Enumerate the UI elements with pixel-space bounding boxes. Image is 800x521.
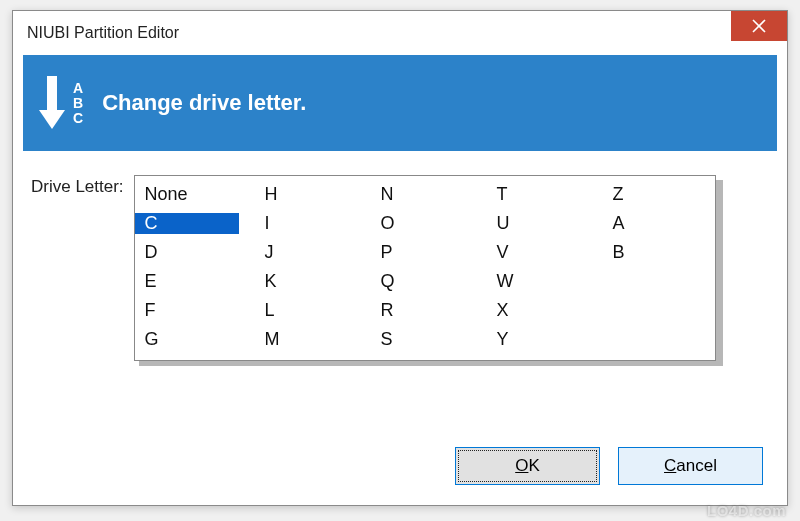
down-arrow-icon (37, 73, 67, 133)
drive-letter-option-j[interactable]: J (263, 242, 379, 263)
drive-letter-option-o[interactable]: O (379, 213, 495, 234)
letter-b: B (73, 96, 84, 111)
abc-stack: A B C (73, 81, 84, 126)
drive-letter-option-g[interactable]: G (143, 329, 263, 350)
drive-letter-option-i[interactable]: I (263, 213, 379, 234)
drive-letter-option-e[interactable]: E (143, 271, 263, 292)
banner: A B C Change drive letter. (23, 55, 777, 151)
close-button[interactable] (731, 11, 787, 41)
drive-letter-option-x[interactable]: X (495, 300, 611, 321)
drive-letter-option-none[interactable]: None (143, 184, 263, 205)
letter-a: A (73, 81, 84, 96)
drive-letter-option-k[interactable]: K (263, 271, 379, 292)
letter-c: C (73, 111, 84, 126)
footer: OK Cancel (455, 447, 763, 485)
drive-letter-listbox[interactable]: NoneHNTZCIOUADJPVBEKQWFLRXGMSY (134, 175, 716, 361)
drive-letter-option-f[interactable]: F (143, 300, 263, 321)
cancel-button[interactable]: Cancel (618, 447, 763, 485)
drive-letter-option-v[interactable]: V (495, 242, 611, 263)
banner-title: Change drive letter. (102, 90, 306, 116)
svg-marker-3 (39, 110, 65, 129)
drive-letter-option-s[interactable]: S (379, 329, 495, 350)
drive-letter-option-t[interactable]: T (495, 184, 611, 205)
drive-letter-option-r[interactable]: R (379, 300, 495, 321)
cancel-rest: ancel (676, 456, 717, 475)
ok-rest: K (528, 456, 539, 475)
dialog-window: NIUBI Partition Editor A B C Change driv… (12, 10, 788, 506)
drive-letter-option-l[interactable]: L (263, 300, 379, 321)
drive-letter-option-z[interactable]: Z (611, 184, 707, 205)
close-icon (752, 19, 766, 33)
content: Drive Letter: NoneHNTZCIOUADJPVBEKQWFLRX… (13, 151, 787, 361)
drive-letter-option-m[interactable]: M (263, 329, 379, 350)
drive-letter-option-w[interactable]: W (495, 271, 611, 292)
drive-letter-option-d[interactable]: D (143, 242, 263, 263)
drive-letter-option-p[interactable]: P (379, 242, 495, 263)
drive-letter-option-n[interactable]: N (379, 184, 495, 205)
drive-letter-option-q[interactable]: Q (379, 271, 495, 292)
svg-rect-2 (47, 76, 57, 110)
drive-letter-option-b[interactable]: B (611, 242, 707, 263)
drive-letter-option-u[interactable]: U (495, 213, 611, 234)
drive-letter-option-a[interactable]: A (611, 213, 707, 234)
watermark: LO4D.com (707, 502, 786, 519)
ok-button[interactable]: OK (455, 447, 600, 485)
ok-accel: O (515, 456, 528, 475)
window-title: NIUBI Partition Editor (13, 24, 179, 42)
titlebar: NIUBI Partition Editor (13, 11, 787, 55)
drive-letter-option-h[interactable]: H (263, 184, 379, 205)
drive-letter-label: Drive Letter: (31, 175, 124, 197)
drive-letter-option-y[interactable]: Y (495, 329, 611, 350)
drive-letter-option-c[interactable]: C (135, 213, 239, 234)
listbox-wrap: NoneHNTZCIOUADJPVBEKQWFLRXGMSY (134, 175, 718, 361)
cancel-accel: C (664, 456, 676, 475)
banner-icon: A B C (37, 73, 84, 133)
